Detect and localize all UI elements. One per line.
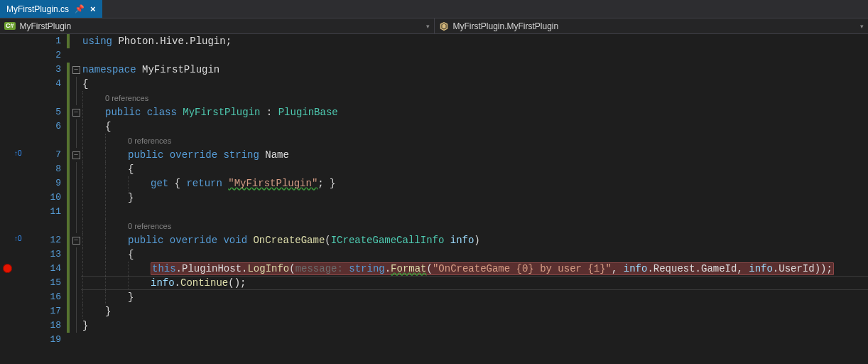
line-number: 19 <box>31 333 67 347</box>
line-number: 7 <box>31 148 67 162</box>
line-number: 16 <box>31 290 67 304</box>
codelens[interactable]: 0 references <box>128 136 171 145</box>
line-number: 6 <box>31 119 67 134</box>
code-line[interactable]: { <box>81 247 868 262</box>
code-line[interactable]: public class MyFirstPlugin : PluginBase <box>81 105 868 119</box>
nav-scope-dropdown[interactable]: C# MyFirstPlugin ▾ <box>0 18 435 33</box>
fold-toggle[interactable]: − <box>72 237 80 245</box>
code-line[interactable]: public override void OnCreateGame(ICreat… <box>81 233 868 247</box>
nav-bar: C# MyFirstPlugin ▾ MyFirstPlugin.MyFirst… <box>0 18 868 34</box>
chevron-down-icon: ▾ <box>860 23 864 30</box>
pin-icon[interactable]: 📌 <box>75 4 85 14</box>
line-number: 9 <box>31 176 67 191</box>
code-line[interactable] <box>81 205 868 219</box>
line-number: 17 <box>31 304 67 318</box>
fold-toggle[interactable]: − <box>72 66 80 74</box>
code-line[interactable] <box>81 48 868 63</box>
code-line[interactable] <box>81 333 868 347</box>
code-line[interactable]: info.Continue(); <box>81 276 868 290</box>
nav-member-text: MyFirstPlugin.MyFirstPlugin <box>453 21 559 31</box>
tab-bar: MyFirstPlugin.cs 📌 × <box>0 0 868 18</box>
line-number: 1 <box>31 34 67 48</box>
csharp-icon: C# <box>4 22 16 30</box>
usage-marker[interactable]: ↑0 <box>14 150 22 157</box>
line-number: 18 <box>31 318 67 333</box>
class-icon <box>439 21 449 31</box>
code-line[interactable]: { <box>81 119 868 134</box>
breakpoint-icon[interactable] <box>3 264 12 273</box>
line-number: 13 <box>31 247 67 262</box>
line-number: 11 <box>31 205 67 219</box>
nav-scope-text: MyFirstPlugin <box>20 21 72 31</box>
code-editor[interactable]: 1 using Photon.Hive.Plugin; 2 3 − namesp… <box>0 34 868 364</box>
tab-filename: MyFirstPlugin.cs <box>6 4 69 14</box>
line-number: 4 <box>31 77 67 91</box>
code-line[interactable]: } <box>81 304 868 318</box>
fold-toggle[interactable]: − <box>72 151 80 159</box>
chevron-down-icon: ▾ <box>426 23 430 30</box>
line-number: 12 <box>31 233 67 247</box>
line-number: 10 <box>31 191 67 205</box>
line-number: 8 <box>31 162 67 176</box>
fold-toggle[interactable]: − <box>72 109 80 117</box>
code-line[interactable]: } <box>81 191 868 205</box>
code-line[interactable]: namespace MyFirstPlugin <box>81 63 868 77</box>
code-line[interactable]: public override string Name <box>81 148 868 162</box>
code-line[interactable]: { <box>81 77 868 91</box>
line-number: 5 <box>31 105 67 119</box>
code-line[interactable]: using Photon.Hive.Plugin; <box>81 34 868 48</box>
code-line[interactable]: this.PluginHost.LogInfo(message: string.… <box>81 262 868 276</box>
code-line[interactable]: get { return "MyFirstPlugin"; } <box>81 176 868 191</box>
nav-member-dropdown[interactable]: MyFirstPlugin.MyFirstPlugin ▾ <box>435 18 869 33</box>
code-line[interactable]: } <box>81 290 868 304</box>
file-tab[interactable]: MyFirstPlugin.cs 📌 × <box>0 0 102 18</box>
usage-marker[interactable]: ↑0 <box>14 235 22 242</box>
breakpoint-statement: this.PluginHost.LogInfo(message: string.… <box>151 262 834 275</box>
code-line[interactable]: { <box>81 162 868 176</box>
line-number: 14 <box>31 262 67 276</box>
code-line[interactable]: } <box>81 318 868 333</box>
line-number: 15 <box>31 276 67 290</box>
line-number: 3 <box>31 63 67 77</box>
line-number: 2 <box>31 48 67 63</box>
codelens[interactable]: 0 references <box>105 94 148 102</box>
close-icon[interactable]: × <box>90 4 96 14</box>
codelens[interactable]: 0 references <box>128 222 171 230</box>
